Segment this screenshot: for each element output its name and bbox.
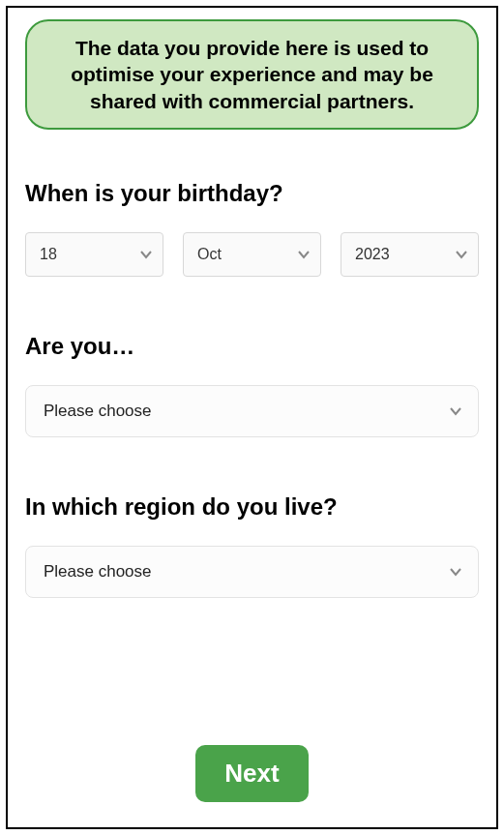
chevron-down-icon [449, 565, 462, 579]
gender-placeholder: Please choose [44, 402, 152, 421]
form-card: The data you provide here is used to opt… [6, 6, 498, 829]
gender-select[interactable]: Please choose [25, 385, 479, 437]
birthday-day-select[interactable]: 18 [25, 232, 163, 277]
birthday-month-value: Oct [197, 246, 222, 263]
section-region: In which region do you live? Please choo… [25, 493, 479, 598]
chevron-down-icon [455, 248, 468, 261]
region-select[interactable]: Please choose [25, 546, 479, 598]
birthday-month-select[interactable]: Oct [183, 232, 321, 277]
birthday-date-row: 18 Oct 2023 [25, 232, 479, 277]
gender-title: Are you… [25, 333, 479, 360]
region-title: In which region do you live? [25, 493, 479, 521]
chevron-down-icon [139, 248, 153, 261]
region-placeholder: Please choose [44, 562, 152, 582]
birthday-day-value: 18 [40, 246, 57, 263]
birthday-year-value: 2023 [355, 246, 390, 263]
section-gender: Are you… Please choose [25, 333, 479, 437]
privacy-notice: The data you provide here is used to opt… [25, 19, 479, 130]
birthday-title: When is your birthday? [25, 180, 479, 207]
chevron-down-icon [449, 404, 462, 418]
chevron-down-icon [297, 248, 311, 261]
birthday-year-select[interactable]: 2023 [341, 232, 479, 277]
button-row: Next [25, 745, 479, 810]
section-birthday: When is your birthday? 18 Oct 2023 [25, 180, 479, 277]
next-button[interactable]: Next [195, 745, 308, 802]
